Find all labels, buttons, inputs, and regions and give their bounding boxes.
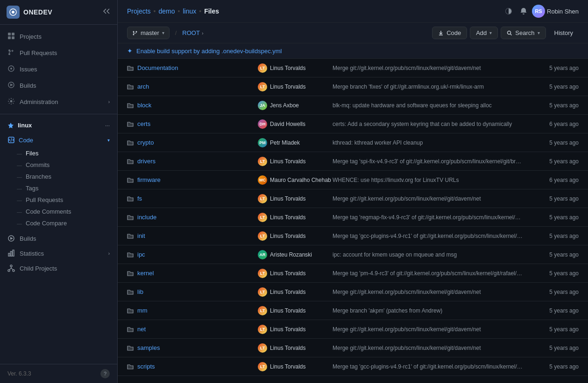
table-row: certs DH David Howells certs: Add a seco… [118,115,588,133]
author-name: Linus Torvalds [270,158,306,165]
sidebar-subitem-label: Pull Requests [26,196,63,203]
build-sparkle-icon: ✦ [127,47,133,55]
file-link[interactable]: fs [137,195,142,202]
add-button[interactable]: Add ▾ [470,27,498,39]
breadcrumb-linux[interactable]: linux [183,7,196,15]
author-avatar: LT [258,63,267,73]
commit-message-cell: Merge tag 'pm-4.9-rc3' of git://git.kern… [333,270,523,277]
file-link[interactable]: lib [137,288,143,295]
commit-message-cell: Merge git://git.kernel.org/pub/scm/linux… [333,195,523,202]
commit-message: certs: Add a secondary system keyring th… [333,121,512,127]
svg-point-12 [10,100,13,103]
commit-time-cell: 5 years ago [523,65,579,71]
file-link[interactable]: crypto [137,139,154,146]
author-cell: MC Mauro Carvalho Chehab [258,175,333,185]
commit-message: Merge tag 'gcc-plugins-v4.9-rc1' of git:… [333,233,523,239]
sidebar-item-builds-project[interactable]: Builds [0,231,117,246]
commit-time-cell: 5 years ago [523,307,579,314]
commit-time-cell: 5 years ago [523,158,579,165]
folder-icon [127,326,134,333]
file-link[interactable]: certs [137,120,150,127]
author-cell: PM Petr Mladek [258,138,333,147]
sidebar-item-issues[interactable]: Issues [0,61,117,77]
author-name: Linus Torvalds [270,345,306,351]
file-link[interactable]: Documentation [137,64,178,71]
file-link[interactable]: drivers [137,158,156,165]
sidebar-item-label: Projects [20,33,42,40]
file-link[interactable]: mm [137,307,148,314]
file-link[interactable]: arch [137,83,149,90]
sidebar-item-branches[interactable]: Branches [0,171,117,182]
sidebar-collapse-button[interactable] [103,7,111,17]
user-name[interactable]: Robin Shen [547,8,579,15]
build-notice: ✦ Enable build support by adding .onedev… [118,43,588,59]
commit-message-cell: Merge tag 'spi-fix-v4.9-rc3' of git://gi… [333,158,523,165]
author-avatar: LT [258,362,267,371]
file-link[interactable]: block [137,102,151,109]
author-cell: JA Jens Axboe [258,101,333,110]
commit-message: blk-mq: update hardware and software que… [333,102,492,109]
commit-message-cell: Merge tag 'gcc-plugins-v4.9-rc1' of git:… [333,233,523,239]
author-cell: LT Linus Torvalds [258,63,333,73]
author-name: Linus Torvalds [270,195,306,202]
sidebar-item-statistics[interactable]: Statistics › [0,246,117,261]
file-link[interactable]: ipc [137,251,145,258]
author-avatar: LT [258,194,267,203]
notifications-button[interactable] [517,5,530,18]
chevron-right-icon: › [108,99,110,104]
history-label: History [554,29,573,36]
help-button[interactable]: ? [100,369,110,378]
root-path-button[interactable]: ROOT › [182,29,203,36]
sidebar-item-child-projects[interactable]: Child Projects [0,261,117,276]
commit-message: Merge git://git.kernel.org/pub/scm/linux… [333,195,481,202]
chevron-right-icon: › [202,30,204,36]
code-download-button[interactable]: Code [432,27,467,39]
sidebar-item-code-comments[interactable]: Code Comments [0,206,117,217]
sidebar-item-builds[interactable]: Builds [0,77,117,94]
file-link[interactable]: include [137,214,156,221]
sidebar-item-code-compare[interactable]: Code Compare [0,217,117,229]
author-cell: LT Linus Torvalds [258,362,333,371]
file-link[interactable]: samples [137,344,160,351]
commit-message-cell: Merge branch 'akpm' (patches from Andrew… [333,307,523,314]
user-avatar[interactable]: RS [532,5,545,18]
file-link[interactable]: net [137,326,146,333]
svg-rect-19 [13,250,14,256]
file-link[interactable]: firmware [137,176,161,183]
project-more-button[interactable]: ··· [105,122,110,129]
commit-time-cell: 5 years ago [523,195,579,202]
file-link[interactable]: init [137,232,145,239]
commit-message-cell: Merge git://git.kernel.org/pub/scm/linux… [333,345,523,351]
topbar-actions: RS Robin Shen [502,5,579,18]
author-name: Linus Torvalds [270,307,306,314]
history-button[interactable]: History [549,27,579,39]
sidebar-item-files[interactable]: Files [0,147,117,159]
chevron-down-icon: ▾ [107,138,110,143]
add-chevron-icon: ▾ [489,30,492,35]
breadcrumb-demo[interactable]: demo [158,7,175,15]
sidebar-item-pull-requests-code[interactable]: Pull Requests [0,194,117,206]
sidebar-item-tags[interactable]: Tags [0,182,117,194]
code-header[interactable]: Code ▾ [0,132,117,147]
author-name: Jens Axboe [270,102,299,109]
file-link[interactable]: kernel [137,270,154,277]
build-notice-link[interactable]: Enable build support by adding .onedev-b… [136,48,282,55]
sidebar-subitem-label: Code Compare [26,220,67,227]
sidebar-item-commits[interactable]: Commits [0,159,117,171]
project-header[interactable]: linux ··· [0,118,117,132]
sidebar-subitem-label: Code Comments [26,208,71,215]
file-name-cell: lib [127,288,258,295]
sidebar-item-administration[interactable]: Administration › [0,94,117,110]
author-name: Linus Torvalds [270,233,306,239]
commit-time-cell: 5 years ago [523,326,579,333]
svg-rect-4 [8,36,11,39]
file-name-cell: Documentation [127,64,258,71]
breadcrumb-projects[interactable]: Projects [127,7,151,15]
sidebar-item-pull-requests[interactable]: Pull Requests [0,45,117,61]
theme-toggle-button[interactable] [502,5,515,18]
search-button[interactable]: Search ▾ [501,27,545,39]
branch-selector[interactable]: master ▾ [127,27,170,39]
sidebar-item-projects[interactable]: Projects [0,28,117,45]
table-row: kernel LT Linus Torvalds Merge tag 'pm-4… [118,264,588,283]
file-link[interactable]: scripts [137,363,155,370]
